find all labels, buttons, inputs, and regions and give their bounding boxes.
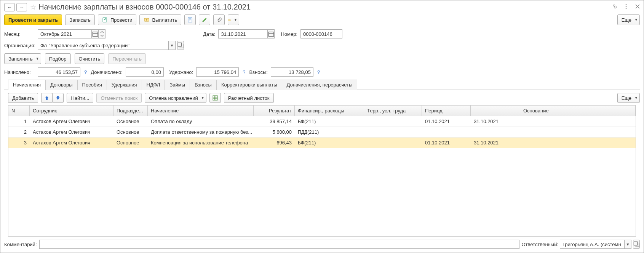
footer-right: Ответственный: ▼ <box>522 240 640 249</box>
fill-label: Заполнить <box>8 56 33 62</box>
caret-down-icon: ▼ <box>634 96 638 100</box>
edit-button[interactable] <box>199 14 210 25</box>
col-territory[interactable]: Терр., усл. труда <box>364 106 422 116</box>
date-input-wrap <box>218 29 275 38</box>
fill-button[interactable]: Заполнить▼ <box>4 53 41 64</box>
cell <box>422 127 471 137</box>
more-button[interactable]: Еще▼ <box>617 14 640 25</box>
contrib-value <box>271 67 313 77</box>
grid-more-button[interactable]: Еще▼ <box>617 93 640 103</box>
cancel-fix-button[interactable]: Отмена исправлений▼ <box>145 93 206 103</box>
grid-body[interactable]: 1Астахов Артем ОлеговичОсновноеОплата по… <box>8 116 636 236</box>
grid-settings-button[interactable] <box>209 93 221 103</box>
folder-dropdown-button[interactable]: ▼ <box>228 14 239 25</box>
form-row-actions: Заполнить▼ Подбор Очистить Пересчитать <box>0 51 644 66</box>
cancel-fix-label: Отмена исправлений <box>149 95 198 101</box>
col-result[interactable]: Результат <box>254 106 295 116</box>
table-row[interactable]: 2Астахов Артем ОлеговичОсновноеДоплата о… <box>8 127 636 138</box>
link-icon[interactable] <box>612 3 618 11</box>
svg-point-0 <box>626 4 627 5</box>
nav-back-button[interactable]: ← <box>4 3 15 11</box>
cell: 31.10.2021 <box>471 116 520 126</box>
tab-0[interactable]: Начисления <box>8 80 46 90</box>
col-employee[interactable]: Сотрудник <box>30 106 113 116</box>
col-department[interactable]: Подразде... <box>113 106 148 116</box>
cell: 3 <box>8 138 30 148</box>
tab-8[interactable]: Доначисления, перерасчеты <box>282 80 358 90</box>
contrib-help-icon[interactable]: ? <box>316 69 321 75</box>
table-row[interactable]: 1Астахов Артем ОлеговичОсновноеОплата по… <box>8 116 636 127</box>
month-stepper-button[interactable] <box>99 29 105 38</box>
caret-down-icon: ▼ <box>201 96 205 100</box>
col-n[interactable]: N <box>8 106 30 116</box>
cancel-search-button: Отменить поиск <box>96 93 142 103</box>
table-row[interactable]: 3Астахов Артем ОлеговичОсновноеКомпенсац… <box>8 138 636 148</box>
org-open-button[interactable] <box>177 41 184 50</box>
extra-accrued-value <box>126 67 164 77</box>
tab-7[interactable]: Корректировки выплаты <box>216 80 282 90</box>
cell <box>471 127 520 137</box>
tab-6[interactable]: Взносы <box>190 80 217 90</box>
comment-input[interactable] <box>39 240 519 249</box>
grid-toolbar: Добавить Найти... Отменить поиск Отмена … <box>0 90 644 105</box>
number-input[interactable] <box>300 29 342 38</box>
move-up-button[interactable] <box>41 93 53 103</box>
tab-5[interactable]: Займы <box>165 80 190 90</box>
cell: ПДД(211) <box>295 127 364 137</box>
attach-button[interactable] <box>213 14 225 25</box>
accrued-help-icon[interactable]: ? <box>83 69 88 75</box>
kebab-icon[interactable] <box>623 3 629 11</box>
cell: Астахов Артем Олегович <box>30 116 113 126</box>
accrued-value <box>38 67 80 77</box>
responsible-dropdown-button[interactable]: ▼ <box>625 240 631 249</box>
post-button[interactable]: Провести <box>98 14 137 25</box>
report-button[interactable] <box>184 14 196 25</box>
caret-down-icon: ▼ <box>36 57 39 61</box>
payslip-button[interactable]: Расчетный листок <box>224 93 274 103</box>
favorite-star-icon[interactable]: ☆ <box>30 3 36 11</box>
col-accrual[interactable]: Начисление <box>148 106 254 116</box>
move-down-button[interactable] <box>52 93 64 103</box>
post-label: Провести <box>110 17 133 23</box>
tab-2[interactable]: Пособия <box>77 80 107 90</box>
responsible-label: Ответственный: <box>522 242 558 247</box>
date-picker-button[interactable] <box>268 29 275 38</box>
form-row-header: Месяц: Дата: Номер: <box>0 28 644 40</box>
org-dropdown-button[interactable]: ▼ <box>169 41 176 50</box>
titlebar: ← → ☆ Начисление зарплаты и взносов 0000… <box>0 0 644 13</box>
cell: 31.10.2021 <box>471 138 520 148</box>
save-button[interactable]: Записать <box>65 14 95 25</box>
tab-4[interactable]: НДФЛ <box>142 80 165 90</box>
col-period-to[interactable] <box>471 106 520 116</box>
close-icon[interactable] <box>634 3 641 11</box>
tab-1[interactable]: Договоры <box>45 80 77 90</box>
more-label: Еще <box>622 17 631 23</box>
col-base[interactable]: Основание <box>520 106 636 116</box>
grid-more-label: Еще <box>622 95 631 101</box>
responsible-input[interactable] <box>560 240 625 249</box>
clear-button[interactable]: Очистить <box>75 53 105 64</box>
month-picker-button[interactable] <box>92 29 99 38</box>
col-period-from[interactable]: Период <box>422 106 471 116</box>
responsible-open-button[interactable] <box>633 240 640 249</box>
col-financing[interactable]: Финансир., расходы <box>295 106 364 116</box>
add-row-button[interactable]: Добавить <box>8 93 38 103</box>
cell: 5 600,00 <box>254 127 295 137</box>
post-and-close-button[interactable]: Провести и закрыть <box>4 14 62 25</box>
footer: Комментарий: Ответственный: ▼ <box>0 237 644 253</box>
cell: Оплата по окладу <box>148 116 254 126</box>
month-input[interactable] <box>38 29 92 38</box>
pick-button[interactable]: Подбор <box>45 53 71 64</box>
org-input[interactable] <box>38 41 169 50</box>
comment-label: Комментарий: <box>4 242 37 247</box>
tab-3[interactable]: Удержания <box>107 80 142 90</box>
main-toolbar: Провести и закрыть Записать Провести Вып… <box>0 13 644 28</box>
cell: Астахов Артем Олегович <box>30 127 113 137</box>
pay-button[interactable]: Выплатить <box>139 14 181 25</box>
cell: 696,43 <box>254 138 295 148</box>
nav-forward-button[interactable]: → <box>16 3 27 11</box>
date-input[interactable] <box>218 29 268 38</box>
find-button[interactable]: Найти... <box>67 93 93 103</box>
withheld-help-icon[interactable]: ? <box>242 69 246 75</box>
cell: 01.10.2021 <box>422 138 471 148</box>
